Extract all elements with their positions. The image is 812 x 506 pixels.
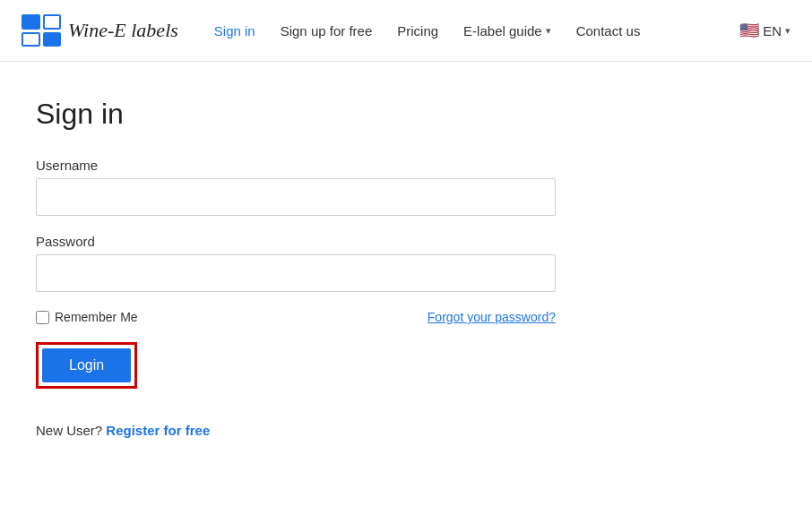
new-user-label: New User? <box>36 423 102 438</box>
logo-sq-2 <box>43 14 62 30</box>
main-content: Sign in Username Password Remember Me Fo… <box>0 62 583 474</box>
register-link[interactable]: Register for free <box>106 423 210 438</box>
password-group: Password <box>36 234 561 292</box>
logo-sq-4 <box>43 32 62 47</box>
password-input[interactable] <box>36 254 556 292</box>
logo-text: Wine-E labels <box>68 19 178 42</box>
remember-checkbox[interactable] <box>36 311 49 324</box>
login-button[interactable]: Login <box>42 348 131 382</box>
login-button-wrapper: Login <box>36 342 137 389</box>
nav-links: Sign in Sign up for free Pricing E-label… <box>214 23 739 39</box>
remember-row: Remember Me Forgot your password? <box>36 310 556 324</box>
forgot-password-link[interactable]: Forgot your password? <box>428 310 556 324</box>
nav-pricing[interactable]: Pricing <box>397 23 438 39</box>
password-label: Password <box>36 234 561 249</box>
username-input[interactable] <box>36 178 556 216</box>
logo-link[interactable]: Wine-E labels <box>22 14 178 47</box>
username-group: Username <box>36 158 561 216</box>
navbar: Wine-E labels Sign in Sign up for free P… <box>0 0 812 62</box>
lang-chevron-icon: ▾ <box>785 25 790 37</box>
username-label: Username <box>36 158 561 173</box>
logo-icon <box>22 14 61 47</box>
remember-left: Remember Me <box>36 310 138 324</box>
nav-contact[interactable]: Contact us <box>576 23 641 39</box>
logo-sq-3 <box>22 32 40 47</box>
nav-signup[interactable]: Sign up for free <box>281 23 373 39</box>
chevron-down-icon: ▾ <box>546 25 551 37</box>
new-user-section: New User? Register for free <box>36 423 561 438</box>
lang-label: EN <box>763 23 782 39</box>
flag-icon: 🇺🇸 <box>739 21 759 40</box>
nav-right: 🇺🇸 EN ▾ <box>739 21 790 40</box>
logo-sq-1 <box>22 14 40 30</box>
remember-label: Remember Me <box>55 310 138 324</box>
nav-elabel-guide[interactable]: E-label guide ▾ <box>463 23 551 39</box>
language-selector[interactable]: 🇺🇸 EN ▾ <box>739 21 790 40</box>
nav-signin[interactable]: Sign in <box>214 23 255 39</box>
nav-elabel-label: E-label guide <box>463 23 542 39</box>
page-title: Sign in <box>36 98 561 131</box>
